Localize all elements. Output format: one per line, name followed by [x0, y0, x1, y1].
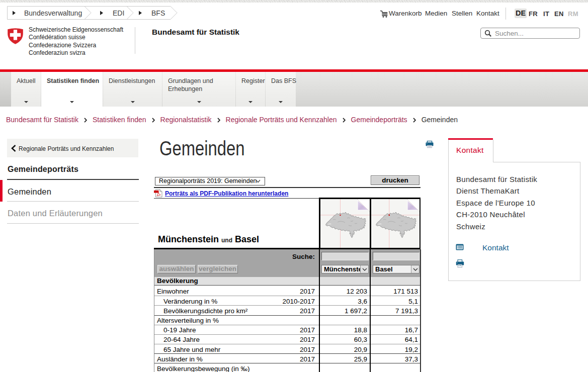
- svg-text:EDI: EDI: [113, 9, 124, 17]
- svg-text:Bundesverwaltung: Bundesverwaltung: [24, 9, 82, 17]
- svg-text:BFS: BFS: [151, 9, 165, 17]
